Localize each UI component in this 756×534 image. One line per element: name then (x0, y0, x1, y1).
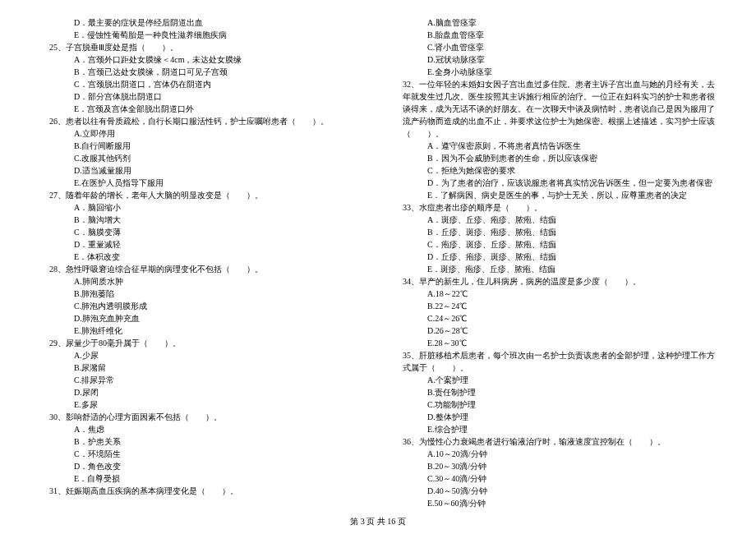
q28-option-b: B.肺泡萎陷 (41, 288, 362, 300)
q36-option-d: D.40～50滴/分钟 (394, 485, 715, 497)
q36-option-c: C.30～40滴/分钟 (394, 472, 715, 485)
q29-text: 29、尿量少于80毫升属于（ ）。 (41, 337, 362, 349)
q35-option-b: B.责任制护理 (394, 386, 715, 398)
q26-option-d: D.适当减量服用 (41, 164, 362, 177)
content-columns: D．最主要的症状是停经后阴道出血 E．侵蚀性葡萄胎是一种良性滋养细胞疾病 25、… (41, 16, 715, 509)
q30-option-c: C．环境陌生 (41, 448, 362, 460)
q35-option-a: A.个案护理 (394, 374, 715, 386)
q25-option-d: D．部分宫体脱出阴道口 (41, 90, 362, 103)
q32-option-d: D．为了患者的治疗，应该说服患者将真实情况告诉医生，但一定要为患者保密 (394, 177, 715, 189)
q35-option-c: C.功能制护理 (394, 398, 715, 411)
q32-text: 32、一位年轻的未婚妇女因子宫出血过多住院。患者主诉子宫出血与她的月经有关，去年… (394, 78, 715, 140)
q27-option-d: D．重量减轻 (41, 238, 362, 251)
left-column: D．最主要的症状是停经后阴道出血 E．侵蚀性葡萄胎是一种良性滋养细胞疾病 25、… (41, 16, 362, 509)
q34-option-b: B.22～24℃ (394, 300, 715, 312)
q34-option-d: D.26～28℃ (394, 325, 715, 337)
q24-option-e: E．侵蚀性葡萄胎是一种良性滋养细胞疾病 (41, 29, 362, 41)
q29-option-d: D.尿闭 (41, 386, 362, 398)
q33-option-d: D．丘疹、疱疹、斑疹、脓疱、结痂 (394, 251, 715, 263)
q27-text: 27、随着年龄的增长，老年人大脑的明显改变是（ ）。 (41, 189, 362, 201)
q30-text: 30、影响舒适的心理方面因素不包括（ ）。 (41, 411, 362, 423)
q31-option-d: D.冠状动脉痉挛 (394, 53, 715, 66)
q31-option-c: C.肾小血管痉挛 (394, 41, 715, 53)
q25-option-b: B．宫颈已达处女膜缘，阴道口可见子宫颈 (41, 66, 362, 78)
q34-text: 34、早产的新生儿，住儿科病房，病房的温度是多少度（ ）。 (394, 275, 715, 288)
q31-option-a: A.脑血管痉挛 (394, 16, 715, 29)
q27-option-a: A．脑回缩小 (41, 201, 362, 214)
q33-option-a: A．斑疹、丘疹、疱疹、脓疱、结痂 (394, 214, 715, 226)
q31-option-e: E.全身小动脉痉挛 (394, 66, 715, 78)
q29-option-b: B.尿潴留 (41, 361, 362, 374)
q28-option-a: A.肺间质水肿 (41, 275, 362, 288)
q25-option-c: C．宫颈脱出阴道口，宫体仍在阴道内 (41, 78, 362, 90)
q26-option-c: C.改服其他钙剂 (41, 152, 362, 164)
q24-option-d: D．最主要的症状是停经后阴道出血 (41, 16, 362, 29)
q25-option-a: A．宫颈外口距处女膜缘＜4cm，未达处女膜缘 (41, 53, 362, 66)
q33-text: 33、水痘患者出疹的顺序是（ ）。 (394, 201, 715, 214)
q29-option-a: A.少尿 (41, 349, 362, 361)
q33-option-e: E．斑疹、疱疹、丘疹、脓疱、结痂 (394, 263, 715, 275)
q36-option-a: A.10～20滴/分钟 (394, 448, 715, 460)
q31-text: 31、妊娠期高血压疾病的基本病理变化是（ ）。 (41, 485, 362, 497)
q26-option-e: E.在医护人员指导下服用 (41, 177, 362, 189)
q36-text: 36、为慢性心力衰竭患者进行输液治疗时，输液速度宜控制在（ ）。 (394, 435, 715, 448)
q30-option-b: B．护患关系 (41, 435, 362, 448)
q28-option-e: E.肺泡纤维化 (41, 325, 362, 337)
q35-text: 35、肝脏移植术后患者，每个班次由一名护士负责该患者的全部护理，这种护理工作方式… (394, 349, 715, 374)
q26-option-b: B.自行间断服用 (41, 140, 362, 152)
q36-option-b: B.20～30滴/分钟 (394, 460, 715, 472)
q26-text: 26、患者以往有骨质疏松，自行长期口服活性钙，护士应嘱咐患者（ ）。 (41, 115, 362, 127)
right-column: A.脑血管痉挛 B.胎盘血管痉挛 C.肾小血管痉挛 D.冠状动脉痉挛 E.全身小… (394, 16, 715, 509)
q30-option-a: A．焦虑 (41, 423, 362, 435)
q34-option-a: A.18～22℃ (394, 288, 715, 300)
page-footer: 第 3 页 共 16 页 (0, 515, 756, 527)
q29-option-e: E.多尿 (41, 398, 362, 411)
q35-option-d: D.整体护理 (394, 411, 715, 423)
q30-option-d: D．角色改变 (41, 460, 362, 472)
q33-option-c: C．疱疹、斑疹、丘疹、脓疱、结痂 (394, 238, 715, 251)
q35-option-e: E.综合护理 (394, 423, 715, 435)
q36-option-e: E.50～60滴/分钟 (394, 497, 715, 509)
q25-option-e: E．宫颈及宫体全部脱出阴道口外 (41, 103, 362, 115)
q32-option-a: A．遵守保密原则，不将患者真情告诉医生 (394, 140, 715, 152)
q26-option-a: A.立即停用 (41, 127, 362, 140)
q28-option-c: C.肺泡内透明膜形成 (41, 300, 362, 312)
q32-option-e: E．了解病因、病史是医生的事，与护士无关，所以，应尊重患者的决定 (394, 189, 715, 201)
q25-text: 25、子宫脱垂Ⅲ度处是指（ ）。 (41, 41, 362, 53)
q34-option-c: C.24～26℃ (394, 312, 715, 325)
q27-option-c: C．脑膜变薄 (41, 226, 362, 238)
q33-option-b: B．丘疹、斑疹、疱疹、脓疱、结痂 (394, 226, 715, 238)
q28-text: 28、急性呼吸窘迫综合征早期的病理变化不包括（ ）。 (41, 263, 362, 275)
q34-option-e: E.28～30℃ (394, 337, 715, 349)
q27-option-b: B．脑沟增大 (41, 214, 362, 226)
q32-option-b: B．因为不会威胁到患者的生命，所以应该保密 (394, 152, 715, 164)
q27-option-e: E．体积改变 (41, 251, 362, 263)
q28-option-d: D.肺泡充血肿充血 (41, 312, 362, 325)
q29-option-c: C.排尿异常 (41, 374, 362, 386)
q31-option-b: B.胎盘血管痉挛 (394, 29, 715, 41)
q30-option-e: E．自尊受损 (41, 472, 362, 485)
q32-option-c: C．拒绝为她保密的要求 (394, 164, 715, 177)
